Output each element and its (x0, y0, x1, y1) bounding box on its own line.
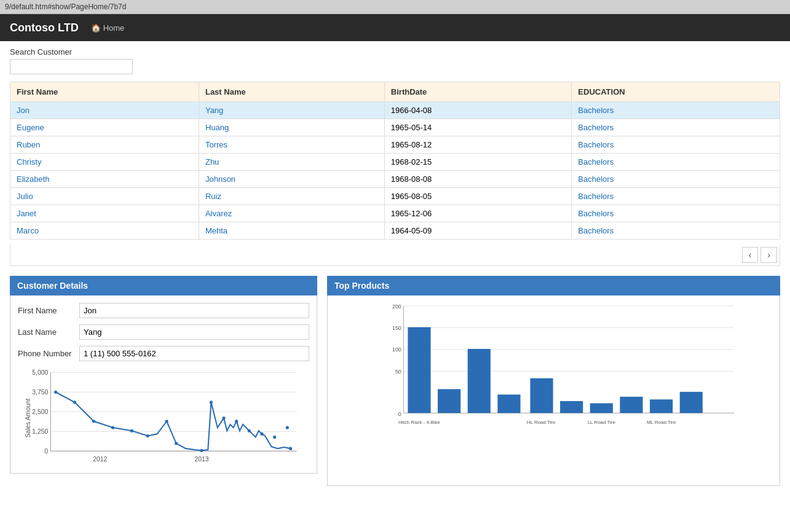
cell-birthdate: 1965-08-05 (384, 188, 572, 205)
search-label: Search Customer (10, 47, 780, 57)
svg-point-18 (111, 426, 114, 429)
home-link[interactable]: 🏠 Home (91, 23, 125, 33)
svg-text:200: 200 (392, 303, 401, 310)
url-text: 9/default.htm#show/PageHome/7b7d (5, 2, 126, 11)
cell-lastname[interactable]: Alvarez (199, 205, 384, 222)
svg-point-23 (200, 449, 203, 452)
first-name-label: First Name (18, 306, 79, 315)
svg-rect-44 (438, 389, 460, 413)
table-row[interactable]: Janet Alvarez 1965-12-06 Bachelors (10, 205, 780, 222)
cell-birthdate: 1964-05-09 (384, 222, 572, 240)
cell-firstname[interactable]: Christy (10, 154, 199, 171)
col-education: EDUCATION (572, 82, 780, 102)
svg-point-26 (235, 420, 238, 423)
search-input[interactable] (10, 59, 133, 74)
svg-text:2012: 2012 (93, 456, 107, 463)
cell-birthdate: 1968-08-08 (384, 171, 572, 188)
phone-row: Phone Number (18, 346, 309, 361)
bottom-panels: Customer Details First Name Last Name Ph… (10, 276, 780, 486)
cell-education[interactable]: Bachelors (572, 171, 780, 188)
col-firstname: First Name (10, 82, 199, 102)
cell-firstname[interactable]: Julio (10, 188, 199, 205)
cell-lastname[interactable]: Torres (199, 136, 384, 154)
svg-point-22 (175, 442, 178, 445)
customer-details-body: First Name Last Name Phone Number 5,000 (10, 295, 317, 474)
svg-point-15 (54, 391, 57, 394)
svg-text:1,250: 1,250 (32, 428, 48, 435)
cell-education[interactable]: Bachelors (572, 154, 780, 171)
svg-point-17 (92, 420, 95, 423)
navbar: Contoso LTD 🏠 Home (0, 14, 790, 41)
table-row[interactable]: Elizabeth Johnson 1968-08-08 Bachelors (10, 171, 780, 188)
customer-details-panel: Customer Details First Name Last Name Ph… (10, 276, 317, 486)
home-icon: 🏠 (91, 23, 101, 33)
svg-point-20 (146, 434, 149, 437)
cell-lastname[interactable]: Yang (199, 102, 384, 119)
table-pagination: ‹ › (10, 244, 780, 266)
cell-education[interactable]: Bachelors (572, 102, 780, 119)
table-row[interactable]: Jon Yang 1966-04-08 Bachelors (10, 102, 780, 119)
top-products-body: 200 150 100 50 0 (327, 295, 780, 486)
first-name-input[interactable] (79, 303, 309, 318)
main-content: Search Customer First Name Last Name Bir… (0, 41, 790, 532)
table-row[interactable]: Christy Zhu 1968-02-15 Bachelors (10, 154, 780, 171)
svg-text:50: 50 (395, 369, 401, 375)
svg-point-24 (210, 401, 213, 404)
cell-education[interactable]: Bachelors (572, 222, 780, 240)
svg-text:ML Road Tire: ML Road Tire (647, 420, 676, 425)
svg-rect-52 (680, 392, 703, 413)
svg-point-31 (289, 447, 292, 450)
last-name-input[interactable] (79, 324, 309, 340)
svg-rect-51 (650, 399, 673, 413)
svg-text:Sales Amount: Sales Amount (25, 399, 31, 438)
cell-firstname[interactable]: Eugene (10, 119, 199, 136)
table-row[interactable]: Julio Ruiz 1965-08-05 Bachelors (10, 188, 780, 205)
prev-page-button[interactable]: ‹ (742, 247, 759, 263)
first-name-row: First Name (18, 303, 309, 318)
cell-firstname[interactable]: Jon (10, 102, 199, 119)
cell-birthdate: 1966-04-08 (384, 102, 572, 119)
svg-text:LL Road Tire: LL Road Tire (588, 420, 616, 425)
svg-text:Hitch Rack - 4-Bike: Hitch Rack - 4-Bike (398, 420, 441, 425)
phone-label: Phone Number (18, 349, 79, 358)
cell-birthdate: 1968-02-15 (384, 154, 572, 171)
home-label: Home (103, 23, 125, 33)
phone-input[interactable] (79, 346, 309, 361)
cell-firstname[interactable]: Janet (10, 205, 199, 222)
cell-firstname[interactable]: Elizabeth (10, 171, 199, 188)
top-products-header: Top Products (327, 276, 780, 295)
cell-firstname[interactable]: Marco (10, 222, 199, 240)
cell-education[interactable]: Bachelors (572, 119, 780, 136)
cell-education[interactable]: Bachelors (572, 205, 780, 222)
svg-point-19 (130, 429, 133, 432)
cell-firstname[interactable]: Ruben (10, 136, 199, 154)
svg-text:0: 0 (44, 448, 48, 455)
col-lastname: Last Name (199, 82, 384, 102)
table-row[interactable]: Marco Mehta 1964-05-09 Bachelors (10, 222, 780, 240)
cell-education[interactable]: Bachelors (572, 188, 780, 205)
next-page-button[interactable]: › (760, 247, 777, 263)
svg-text:0: 0 (398, 411, 401, 417)
cell-lastname[interactable]: Ruiz (199, 188, 384, 205)
svg-point-29 (273, 436, 276, 439)
svg-text:100: 100 (392, 346, 401, 353)
cell-lastname[interactable]: Huang (199, 119, 384, 136)
svg-point-30 (286, 426, 289, 429)
svg-text:HL Road Tire: HL Road Tire (527, 420, 556, 425)
cell-education[interactable]: Bachelors (572, 136, 780, 154)
cell-lastname[interactable]: Mehta (199, 222, 384, 240)
svg-text:150: 150 (392, 325, 401, 331)
table-row[interactable]: Ruben Torres 1965-08-12 Bachelors (10, 136, 780, 154)
sales-line-chart: 5,000 3,750 2,500 1,250 0 Sales Amount (18, 367, 309, 466)
bar-chart-svg: 200 150 100 50 0 (352, 302, 773, 443)
bar-chart-container: 200 150 100 50 0 (328, 295, 780, 467)
svg-rect-45 (468, 349, 491, 413)
svg-rect-48 (560, 401, 583, 413)
svg-rect-43 (408, 327, 430, 413)
svg-rect-49 (590, 403, 613, 413)
browser-bar: 9/default.htm#show/PageHome/7b7d (0, 0, 790, 14)
cell-lastname[interactable]: Zhu (199, 154, 384, 171)
cell-lastname[interactable]: Johnson (199, 171, 384, 188)
cell-birthdate: 1965-08-12 (384, 136, 572, 154)
table-row[interactable]: Eugene Huang 1965-05-14 Bachelors (10, 119, 780, 136)
